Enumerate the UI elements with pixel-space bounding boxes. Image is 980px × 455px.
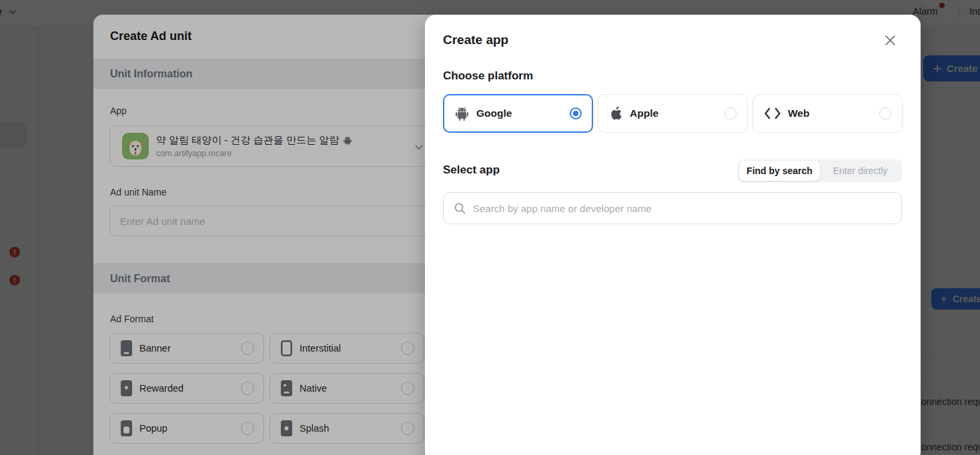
search-icon [454,202,466,215]
platform-option-apple[interactable]: Apple [598,94,748,133]
tab-enter-directly[interactable]: Enter directly [820,161,901,181]
platform-option-web[interactable]: Web [753,94,903,133]
app-search-field[interactable] [443,192,902,224]
platform-radio-selected[interactable] [570,107,582,119]
choose-platform-heading: Choose platform [443,69,533,83]
apple-icon [609,105,623,121]
close-icon [885,35,896,46]
code-brackets-icon [764,107,781,120]
platform-label: Apple [630,107,658,119]
platform-label: Google [476,107,512,119]
platform-radio[interactable] [879,107,891,119]
screen: e Alarm Inq ! ! Create A Create onnectio… [0,0,980,455]
tab-find-by-search[interactable]: Find by search [739,161,820,181]
app-select-mode-tabs: Find by search Enter directly [738,159,902,182]
platform-label: Web [788,107,809,119]
android-icon [454,105,470,121]
create-app-modal: Create app Choose platform [425,15,921,455]
app-search-input[interactable] [473,203,891,214]
close-button[interactable] [883,33,897,47]
platform-option-google[interactable]: Google [443,94,593,133]
platform-options: Google Apple Web [443,94,903,133]
platform-radio[interactable] [724,107,737,119]
create-app-title: Create app [443,33,508,47]
select-app-heading: Select app [443,163,500,177]
